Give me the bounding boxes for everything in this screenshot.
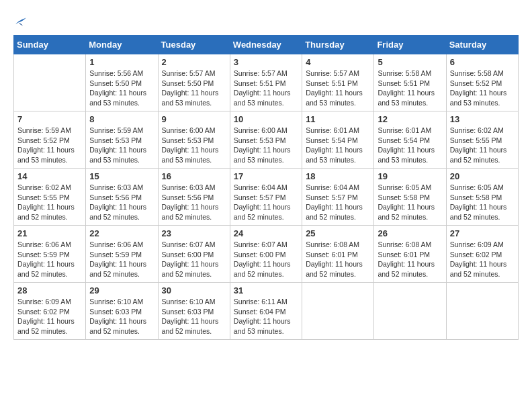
calendar-cell: 4Sunrise: 5:57 AM Sunset: 5:51 PM Daylig… (302, 54, 374, 111)
calendar-cell (374, 283, 446, 340)
day-info: Sunrise: 6:08 AM Sunset: 6:01 PM Dayligh… (378, 240, 442, 279)
calendar-cell: 22Sunrise: 6:06 AM Sunset: 5:59 PM Dayli… (86, 226, 158, 283)
day-info: Sunrise: 5:57 AM Sunset: 5:51 PM Dayligh… (234, 68, 298, 108)
day-number: 10 (234, 114, 298, 124)
day-info: Sunrise: 6:08 AM Sunset: 6:01 PM Dayligh… (306, 240, 370, 279)
calendar-cell: 10Sunrise: 6:00 AM Sunset: 5:53 PM Dayli… (230, 111, 302, 169)
day-number: 29 (89, 285, 154, 295)
day-number: 7 (17, 114, 82, 124)
calendar-day-header: Thursday (302, 36, 374, 54)
calendar-cell: 27Sunrise: 6:09 AM Sunset: 6:02 PM Dayli… (446, 226, 518, 283)
logo-bird-icon (15, 17, 27, 26)
day-number: 5 (378, 57, 442, 67)
calendar-week-row: 7Sunrise: 5:59 AM Sunset: 5:52 PM Daylig… (14, 111, 519, 169)
calendar-cell: 1Sunrise: 5:56 AM Sunset: 5:50 PM Daylig… (86, 54, 158, 111)
calendar-cell: 16Sunrise: 6:03 AM Sunset: 5:56 PM Dayli… (158, 169, 230, 226)
calendar-day-header: Saturday (446, 36, 518, 54)
day-info: Sunrise: 5:56 AM Sunset: 5:50 PM Dayligh… (89, 68, 154, 108)
day-info: Sunrise: 6:06 AM Sunset: 5:59 PM Dayligh… (17, 240, 82, 279)
day-number: 9 (162, 114, 226, 124)
day-info: Sunrise: 6:10 AM Sunset: 6:03 PM Dayligh… (89, 297, 154, 336)
calendar-cell: 9Sunrise: 6:00 AM Sunset: 5:53 PM Daylig… (158, 111, 230, 169)
day-number: 30 (162, 285, 226, 295)
calendar-day-header: Monday (86, 36, 158, 54)
calendar-cell: 3Sunrise: 5:57 AM Sunset: 5:51 PM Daylig… (230, 54, 302, 111)
calendar-day-header: Sunday (14, 36, 86, 54)
day-info: Sunrise: 6:04 AM Sunset: 5:57 PM Dayligh… (234, 183, 298, 222)
day-info: Sunrise: 6:05 AM Sunset: 5:58 PM Dayligh… (450, 183, 515, 222)
day-number: 25 (306, 228, 370, 238)
page-header (13, 13, 519, 28)
calendar-cell: 7Sunrise: 5:59 AM Sunset: 5:52 PM Daylig… (14, 111, 86, 169)
day-info: Sunrise: 6:07 AM Sunset: 6:00 PM Dayligh… (234, 240, 298, 279)
day-number: 2 (162, 57, 226, 67)
day-info: Sunrise: 6:03 AM Sunset: 5:56 PM Dayligh… (89, 183, 154, 222)
calendar-cell: 28Sunrise: 6:09 AM Sunset: 6:02 PM Dayli… (14, 283, 86, 340)
calendar-cell: 13Sunrise: 6:02 AM Sunset: 5:55 PM Dayli… (446, 111, 518, 169)
day-info: Sunrise: 5:58 AM Sunset: 5:51 PM Dayligh… (378, 68, 442, 108)
day-info: Sunrise: 6:03 AM Sunset: 5:56 PM Dayligh… (162, 183, 226, 222)
day-number: 8 (89, 114, 154, 124)
day-number: 14 (17, 171, 82, 181)
day-info: Sunrise: 6:01 AM Sunset: 5:54 PM Dayligh… (378, 126, 442, 165)
calendar-cell: 2Sunrise: 5:57 AM Sunset: 5:50 PM Daylig… (158, 54, 230, 111)
day-info: Sunrise: 6:09 AM Sunset: 6:02 PM Dayligh… (450, 240, 515, 279)
day-number: 6 (450, 57, 515, 67)
day-number: 26 (378, 228, 442, 238)
day-info: Sunrise: 6:10 AM Sunset: 6:03 PM Dayligh… (162, 297, 226, 336)
calendar-cell: 24Sunrise: 6:07 AM Sunset: 6:00 PM Dayli… (230, 226, 302, 283)
calendar-day-header: Wednesday (230, 36, 302, 54)
calendar-cell: 21Sunrise: 6:06 AM Sunset: 5:59 PM Dayli… (14, 226, 86, 283)
day-number: 24 (234, 228, 298, 238)
calendar-week-row: 28Sunrise: 6:09 AM Sunset: 6:02 PM Dayli… (14, 283, 519, 340)
day-info: Sunrise: 5:57 AM Sunset: 5:51 PM Dayligh… (306, 68, 370, 108)
day-number: 13 (450, 114, 515, 124)
day-info: Sunrise: 6:04 AM Sunset: 5:57 PM Dayligh… (306, 183, 370, 222)
day-info: Sunrise: 5:59 AM Sunset: 5:52 PM Dayligh… (17, 126, 82, 165)
day-info: Sunrise: 6:00 AM Sunset: 5:53 PM Dayligh… (162, 126, 226, 165)
calendar-cell: 19Sunrise: 6:05 AM Sunset: 5:58 PM Dayli… (374, 169, 446, 226)
day-info: Sunrise: 6:02 AM Sunset: 5:55 PM Dayligh… (450, 126, 515, 165)
calendar-cell (14, 54, 86, 111)
day-number: 23 (162, 228, 226, 238)
calendar-cell: 30Sunrise: 6:10 AM Sunset: 6:03 PM Dayli… (158, 283, 230, 340)
day-number: 4 (306, 57, 370, 67)
calendar-cell: 6Sunrise: 5:58 AM Sunset: 5:52 PM Daylig… (446, 54, 518, 111)
day-number: 15 (89, 171, 154, 181)
day-info: Sunrise: 6:01 AM Sunset: 5:54 PM Dayligh… (306, 126, 370, 165)
day-info: Sunrise: 6:06 AM Sunset: 5:59 PM Dayligh… (89, 240, 154, 279)
calendar-header-row: SundayMondayTuesdayWednesdayThursdayFrid… (14, 36, 519, 54)
day-info: Sunrise: 6:11 AM Sunset: 6:04 PM Dayligh… (234, 297, 298, 336)
day-info: Sunrise: 6:02 AM Sunset: 5:55 PM Dayligh… (17, 183, 82, 222)
day-info: Sunrise: 5:57 AM Sunset: 5:50 PM Dayligh… (162, 68, 226, 108)
day-number: 31 (234, 285, 298, 295)
calendar-cell: 18Sunrise: 6:04 AM Sunset: 5:57 PM Dayli… (302, 169, 374, 226)
calendar-cell: 14Sunrise: 6:02 AM Sunset: 5:55 PM Dayli… (14, 169, 86, 226)
day-number: 11 (306, 114, 370, 124)
calendar-cell: 11Sunrise: 6:01 AM Sunset: 5:54 PM Dayli… (302, 111, 374, 169)
calendar-cell (302, 283, 374, 340)
day-number: 12 (378, 114, 442, 124)
day-number: 20 (450, 171, 515, 181)
calendar-week-row: 14Sunrise: 6:02 AM Sunset: 5:55 PM Dayli… (14, 169, 519, 226)
calendar-cell: 5Sunrise: 5:58 AM Sunset: 5:51 PM Daylig… (374, 54, 446, 111)
calendar-day-header: Friday (374, 36, 446, 54)
calendar-cell: 29Sunrise: 6:10 AM Sunset: 6:03 PM Dayli… (86, 283, 158, 340)
day-number: 28 (17, 285, 82, 295)
day-number: 17 (234, 171, 298, 181)
day-number: 22 (89, 228, 154, 238)
day-number: 27 (450, 228, 515, 238)
calendar-cell: 23Sunrise: 6:07 AM Sunset: 6:00 PM Dayli… (158, 226, 230, 283)
calendar-day-header: Tuesday (158, 36, 230, 54)
day-number: 19 (378, 171, 442, 181)
logo-text (13, 13, 27, 28)
day-info: Sunrise: 6:00 AM Sunset: 5:53 PM Dayligh… (234, 126, 298, 165)
calendar-cell: 31Sunrise: 6:11 AM Sunset: 6:04 PM Dayli… (230, 283, 302, 340)
day-number: 1 (89, 57, 154, 67)
calendar-cell: 12Sunrise: 6:01 AM Sunset: 5:54 PM Dayli… (374, 111, 446, 169)
day-info: Sunrise: 6:09 AM Sunset: 6:02 PM Dayligh… (17, 297, 82, 336)
calendar-cell: 26Sunrise: 6:08 AM Sunset: 6:01 PM Dayli… (374, 226, 446, 283)
calendar-cell: 8Sunrise: 5:59 AM Sunset: 5:53 PM Daylig… (86, 111, 158, 169)
day-number: 18 (306, 171, 370, 181)
day-number: 21 (17, 228, 82, 238)
